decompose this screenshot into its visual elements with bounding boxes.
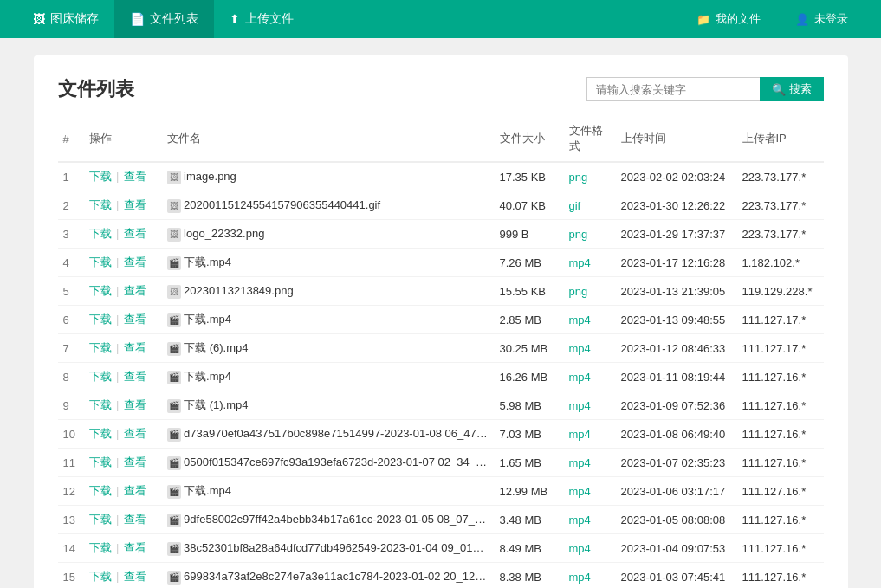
table-row: 1下载 | 查看🖼 image.png17.35 KBpng2023-02-02…: [58, 162, 824, 191]
format-link[interactable]: mp4: [569, 371, 591, 384]
search-input[interactable]: [586, 77, 760, 101]
preview-link[interactable]: 查看: [124, 284, 146, 297]
preview-link[interactable]: 查看: [124, 198, 146, 211]
row-upload-ip: 223.73.177.*: [737, 191, 824, 220]
table-row: 7下载 | 查看🎬 下载 (6).mp430.25 MBmp42023-01-1…: [58, 334, 824, 363]
row-fileformat[interactable]: mp4: [564, 363, 616, 391]
row-filesize: 1.65 MB: [495, 449, 564, 477]
search-button[interactable]: 🔍 搜索: [760, 77, 824, 101]
download-link[interactable]: 下载: [89, 570, 112, 583]
row-filesize: 2.85 MB: [495, 306, 564, 334]
row-num: 9: [58, 391, 84, 420]
row-fileformat[interactable]: mp4: [564, 334, 616, 363]
row-fileformat[interactable]: png: [564, 162, 616, 191]
table-header-row: # 操作 文件名 文件大小 文件格式 上传时间 上传者IP: [58, 116, 824, 162]
format-link[interactable]: gif: [569, 199, 581, 212]
page-header: 文件列表 🔍 搜索: [58, 76, 824, 102]
nav-login[interactable]: 👤 未登录: [780, 0, 864, 38]
row-fileformat[interactable]: mp4: [564, 563, 616, 589]
format-link[interactable]: mp4: [569, 485, 591, 498]
col-header-fmt: 文件格式: [564, 116, 616, 162]
table-row: 11下载 | 查看🎬 0500f015347ce697fc93a193efa67…: [58, 449, 824, 477]
download-link[interactable]: 下载: [89, 284, 112, 297]
row-ops: 下载 | 查看: [84, 334, 162, 363]
row-fileformat[interactable]: mp4: [564, 506, 616, 534]
preview-link[interactable]: 查看: [124, 313, 146, 326]
format-link[interactable]: mp4: [569, 456, 591, 469]
table-row: 9下载 | 查看🎬 下载 (1).mp45.98 MBmp42023-01-09…: [58, 391, 824, 420]
download-link[interactable]: 下载: [89, 227, 112, 240]
format-link[interactable]: mp4: [569, 542, 591, 555]
row-filesize: 999 B: [495, 220, 564, 249]
row-fileformat[interactable]: mp4: [564, 306, 616, 334]
row-fileformat[interactable]: mp4: [564, 249, 616, 277]
file-type-icon: 🖼: [167, 199, 181, 213]
download-link[interactable]: 下载: [89, 484, 112, 497]
nav-file-list[interactable]: 📄 文件列表: [114, 0, 214, 38]
format-link[interactable]: mp4: [569, 514, 591, 527]
format-link[interactable]: mp4: [569, 256, 591, 269]
file-type-icon: 🎬: [167, 485, 181, 499]
preview-link[interactable]: 查看: [124, 541, 146, 554]
file-type-icon: 🎬: [167, 342, 181, 356]
preview-link[interactable]: 查看: [124, 227, 146, 240]
download-link[interactable]: 下载: [89, 370, 112, 383]
row-fileformat[interactable]: gif: [564, 191, 616, 220]
row-fileformat[interactable]: mp4: [564, 477, 616, 506]
preview-link[interactable]: 查看: [124, 341, 146, 354]
preview-link[interactable]: 查看: [124, 170, 146, 183]
preview-link[interactable]: 查看: [124, 255, 146, 268]
preview-link[interactable]: 查看: [124, 484, 146, 497]
row-upload-time: 2023-01-09 07:52:36: [616, 391, 737, 420]
format-link[interactable]: mp4: [569, 342, 591, 355]
preview-link[interactable]: 查看: [124, 456, 146, 468]
table-row: 13下载 | 查看🎬 9dfe58002c97ff42a4bebb34b17a6…: [58, 506, 824, 534]
preview-link[interactable]: 查看: [124, 370, 146, 383]
download-link[interactable]: 下载: [89, 255, 112, 268]
download-link[interactable]: 下载: [89, 513, 112, 526]
format-link[interactable]: mp4: [569, 428, 591, 441]
row-filename: 🎬 下载.mp4: [162, 363, 495, 391]
format-link[interactable]: png: [569, 171, 588, 184]
op-separator: |: [113, 541, 123, 554]
download-link[interactable]: 下载: [89, 456, 112, 468]
preview-link[interactable]: 查看: [124, 513, 146, 526]
nav-image-storage[interactable]: 🖼 图床储存: [17, 0, 114, 38]
row-upload-time: 2023-01-04 09:07:53: [616, 534, 737, 563]
download-link[interactable]: 下载: [89, 341, 112, 354]
nav-upload[interactable]: ⬆ 上传文件: [214, 0, 309, 38]
preview-link[interactable]: 查看: [124, 570, 146, 583]
search-icon: 🔍: [772, 83, 786, 96]
row-upload-time: 2023-01-13 21:39:05: [616, 277, 737, 306]
format-link[interactable]: mp4: [569, 571, 591, 584]
col-header-ip: 上传者IP: [737, 116, 824, 162]
download-link[interactable]: 下载: [89, 541, 112, 554]
search-btn-label: 搜索: [789, 81, 812, 97]
table-row: 3下载 | 查看🖼 logo_22332.png999 Bpng2023-01-…: [58, 220, 824, 249]
download-link[interactable]: 下载: [89, 170, 112, 183]
my-files-icon: 📁: [696, 13, 710, 26]
format-link[interactable]: png: [569, 228, 588, 241]
nav-my-files[interactable]: 📁 我的文件: [681, 0, 776, 38]
row-fileformat[interactable]: mp4: [564, 449, 616, 477]
row-upload-ip: 223.73.177.*: [737, 162, 824, 191]
row-filesize: 7.03 MB: [495, 420, 564, 449]
row-fileformat[interactable]: png: [564, 220, 616, 249]
preview-link[interactable]: 查看: [124, 398, 146, 411]
row-fileformat[interactable]: mp4: [564, 534, 616, 563]
download-link[interactable]: 下载: [89, 313, 112, 326]
row-upload-ip: 111.127.17.*: [737, 306, 824, 334]
row-fileformat[interactable]: mp4: [564, 420, 616, 449]
format-link[interactable]: mp4: [569, 313, 591, 326]
row-upload-ip: 111.127.16.*: [737, 534, 824, 563]
format-link[interactable]: mp4: [569, 399, 591, 412]
download-link[interactable]: 下载: [89, 398, 112, 411]
download-link[interactable]: 下载: [89, 427, 112, 440]
preview-link[interactable]: 查看: [124, 427, 146, 440]
row-filename: 🎬 699834a73af2e8c274e7a3e11ac1c784-2023-…: [162, 563, 495, 589]
download-link[interactable]: 下载: [89, 198, 112, 211]
row-num: 8: [58, 363, 84, 391]
row-fileformat[interactable]: mp4: [564, 391, 616, 420]
format-link[interactable]: png: [569, 285, 588, 298]
row-fileformat[interactable]: png: [564, 277, 616, 306]
